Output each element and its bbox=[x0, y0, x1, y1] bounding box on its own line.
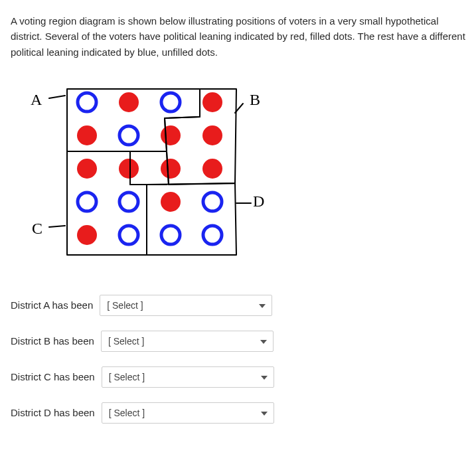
blue-unfilled-dot bbox=[119, 126, 138, 145]
question-row: District D has been[ Select ] bbox=[11, 402, 465, 424]
red-filled-dot bbox=[119, 92, 139, 112]
district-label-d: D bbox=[253, 193, 264, 210]
district-select[interactable]: [ Select ] bbox=[101, 331, 274, 352]
district-label-a: A bbox=[31, 91, 42, 108]
red-filled-dot bbox=[202, 92, 222, 112]
blue-unfilled-dot bbox=[203, 193, 222, 211]
question-label: District B has been bbox=[11, 335, 94, 347]
blue-unfilled-dot bbox=[78, 193, 96, 211]
district-label-b: B bbox=[250, 91, 260, 108]
leader-c bbox=[49, 226, 65, 227]
red-filled-dot bbox=[77, 225, 97, 245]
blue-unfilled-dot bbox=[161, 93, 180, 112]
question-label: District A has been bbox=[11, 299, 93, 311]
question-row: District C has been[ Select ] bbox=[11, 366, 465, 388]
red-filled-dot bbox=[119, 159, 139, 179]
blue-unfilled-dot bbox=[203, 226, 222, 244]
leader-a bbox=[49, 96, 65, 98]
red-filled-dot bbox=[202, 125, 222, 145]
blue-unfilled-dot bbox=[119, 193, 138, 211]
blue-unfilled-dot bbox=[161, 226, 180, 244]
red-filled-dot bbox=[77, 159, 97, 179]
red-filled-dot bbox=[161, 125, 181, 145]
district-select[interactable]: [ Select ] bbox=[102, 366, 274, 388]
question-prompt: A voting region diagram is shown below i… bbox=[11, 13, 465, 60]
blue-unfilled-dot bbox=[78, 93, 96, 112]
question-row: District A has been[ Select ] bbox=[11, 295, 465, 316]
district-label-c: C bbox=[32, 220, 42, 237]
district-select[interactable]: [ Select ] bbox=[100, 295, 272, 316]
red-filled-dot bbox=[161, 192, 181, 212]
red-filled-dot bbox=[202, 159, 222, 179]
voting-diagram: A B C D bbox=[24, 84, 465, 268]
question-label: District C has been bbox=[11, 371, 95, 382]
red-filled-dot bbox=[77, 125, 97, 145]
question-label: District D has been bbox=[11, 407, 95, 418]
question-row: District B has been[ Select ] bbox=[11, 331, 465, 352]
blue-unfilled-dot bbox=[119, 226, 138, 244]
district-select[interactable]: [ Select ] bbox=[102, 402, 274, 424]
red-filled-dot bbox=[161, 159, 181, 179]
